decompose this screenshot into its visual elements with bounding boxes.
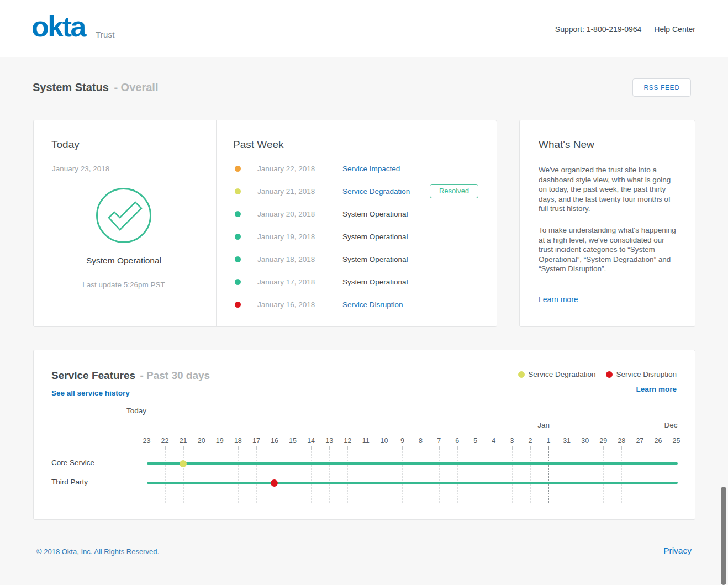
incident-status-link[interactable]: Service Degradation — [342, 187, 410, 196]
gridline — [275, 451, 275, 503]
axis-day-label: 8 — [413, 437, 429, 445]
gridline — [640, 451, 640, 503]
past-week-row: January 22, 2018Service Impacted — [216, 157, 497, 180]
axis-tick — [621, 446, 622, 450]
incident-date: January 22, 2018 — [257, 165, 315, 173]
incident-date: January 18, 2018 — [257, 255, 315, 263]
past-week-row: January 18, 2018System Operational — [216, 248, 497, 271]
support-phone: Support: 1-800-219-0964 — [555, 25, 641, 34]
gridline — [621, 451, 622, 503]
past-week-panel: Past Week January 22, 2018Service Impact… — [216, 120, 497, 326]
axis-tick — [238, 446, 239, 450]
incident-date: January 21, 2018 — [257, 187, 315, 196]
service-timeline-chart: Today 2322212019181716151413121110987654… — [34, 350, 695, 519]
gridline — [384, 451, 384, 503]
incident-status-link[interactable]: Service Impacted — [342, 165, 400, 173]
gridline — [183, 451, 184, 503]
incident-status-link: System Operational — [342, 233, 408, 241]
axis-day-label: 29 — [595, 437, 611, 445]
past-week-row: January 20, 2018System Operational — [216, 203, 497, 225]
service-row-label: Core Service — [51, 458, 94, 467]
okta-logo-text: okta — [31, 10, 85, 43]
past-week-title: Past Week — [233, 139, 284, 151]
axis-day-label: 13 — [321, 437, 337, 445]
axis-tick — [147, 446, 147, 450]
axis-tick — [275, 446, 275, 450]
axis-tick — [585, 446, 585, 450]
status-dot-degradation — [235, 188, 241, 194]
gridline — [238, 451, 239, 503]
gridline — [658, 451, 658, 503]
gridline — [329, 451, 330, 503]
axis-day-label: 28 — [613, 437, 630, 445]
axis-tick — [512, 446, 513, 450]
axis-tick — [384, 446, 384, 450]
incident-dot[interactable] — [180, 460, 187, 467]
rss-feed-button[interactable]: RSS FEED — [632, 78, 691, 97]
axis-month-label: Dec — [645, 421, 678, 429]
axis-day-label: 25 — [668, 437, 685, 445]
axis-tick — [347, 446, 348, 450]
axis-tick — [421, 446, 421, 450]
help-center-link[interactable]: Help Center — [654, 25, 695, 34]
gridline — [147, 451, 147, 503]
status-card: Today January 23, 2018 System Operationa… — [33, 120, 497, 327]
incident-date: January 16, 2018 — [257, 301, 315, 309]
axis-month-label: Jan — [516, 421, 550, 429]
gridline — [548, 451, 549, 503]
gridline — [494, 451, 494, 503]
axis-day-label: 16 — [266, 437, 283, 445]
axis-tick — [640, 446, 640, 450]
logo-trust-label: Trust — [96, 30, 115, 39]
whats-new-paragraph-2: To make understanding what's happening a… — [539, 225, 680, 274]
service-status-line — [147, 462, 678, 465]
copyright-text: © 2018 Okta, Inc. All Rights Reserved. — [36, 547, 159, 556]
privacy-link[interactable]: Privacy — [663, 546, 692, 556]
past-week-row: January 19, 2018System Operational — [216, 225, 497, 248]
check-icon — [98, 189, 150, 241]
gridline — [439, 451, 440, 503]
header-right: Support: 1-800-219-0964 Help Center — [555, 25, 695, 34]
gridline — [457, 451, 458, 503]
axis-tick — [677, 446, 677, 450]
gridline — [202, 451, 202, 503]
axis-tick — [366, 446, 366, 450]
axis-day-label: 3 — [504, 437, 520, 445]
status-dot-operational — [235, 279, 241, 285]
axis-tick — [530, 446, 531, 450]
axis-tick — [165, 446, 166, 450]
incident-status-link: System Operational — [342, 210, 408, 218]
gridline — [585, 451, 585, 503]
incident-date: January 19, 2018 — [257, 233, 315, 241]
axis-tick — [548, 446, 549, 450]
page-title-main: System Status — [33, 81, 109, 93]
axis-day-label: 31 — [558, 437, 575, 445]
axis-day-label: 12 — [339, 437, 356, 445]
whats-new-title: What's New — [539, 139, 594, 151]
status-dot-disruption — [235, 302, 241, 308]
scrollbar-thumb[interactable] — [721, 487, 726, 585]
chart-today-label: Today — [126, 407, 146, 415]
today-date: January 23, 2018 — [52, 165, 109, 173]
status-dot-impacted — [235, 166, 241, 172]
whats-new-learn-more-link[interactable]: Learn more — [539, 295, 578, 304]
gridline — [530, 451, 531, 503]
gridline — [256, 451, 257, 503]
incident-status-link[interactable]: Service Disruption — [342, 301, 403, 309]
past-week-row: January 21, 2018Service DegradationResol… — [216, 180, 497, 203]
past-week-row: January 17, 2018System Operational — [216, 271, 497, 293]
axis-day-label: 11 — [357, 437, 374, 445]
service-status-line — [147, 482, 678, 484]
incident-dot[interactable] — [271, 479, 278, 487]
axis-day-label: 14 — [303, 437, 319, 445]
gridline — [476, 451, 476, 503]
page-title: System Status - Overall — [33, 81, 158, 94]
axis-day-label: 18 — [230, 437, 246, 445]
gridline — [366, 451, 366, 503]
okta-logo[interactable]: okta Trust — [31, 11, 85, 44]
axis-tick — [658, 446, 658, 450]
past-week-list: January 22, 2018Service ImpactedJanuary … — [216, 157, 497, 316]
axis-tick — [183, 446, 184, 450]
axis-day-label: 30 — [577, 437, 593, 445]
axis-tick — [494, 446, 494, 450]
